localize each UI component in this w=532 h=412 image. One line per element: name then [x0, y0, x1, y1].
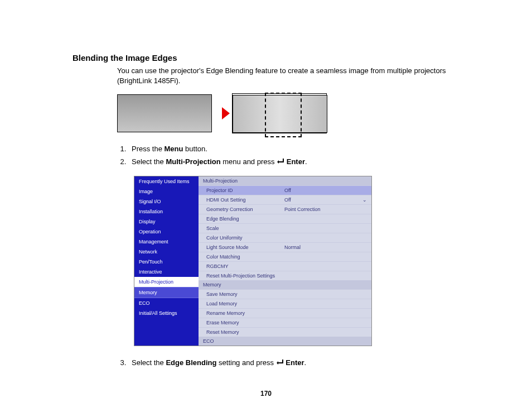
step-3: Select the Edge Blending setting and pre… — [128, 357, 465, 369]
row-color-uniformity[interactable]: Color Uniformity — [199, 233, 371, 242]
step-1: Press the Menu button. — [128, 143, 465, 155]
menu-screenshot: Frequently Used Items Image Signal I/O I… — [134, 176, 372, 346]
page-title: Blending the Image Edges — [72, 53, 465, 63]
page-number: 170 — [0, 390, 532, 397]
sidebar-item-operation[interactable]: Operation — [134, 227, 199, 237]
menu-sidebar: Frequently Used Items Image Signal I/O I… — [134, 176, 199, 346]
sidebar-item-pen-touch[interactable]: Pen/Touch — [134, 257, 199, 267]
row-reset-multi-projection[interactable]: Reset Multi-Projection Settings — [199, 271, 371, 280]
diagram-right-wrap — [232, 93, 327, 133]
sidebar-item-image[interactable]: Image — [134, 186, 199, 197]
sidebar-item-installation[interactable]: Installation — [134, 207, 199, 217]
row-projector-id[interactable]: Projector IDOff — [199, 185, 371, 195]
row-light-source-mode[interactable]: Light Source ModeNormal — [199, 242, 371, 252]
row-geometry-correction[interactable]: Geometry CorrectionPoint Correction — [199, 204, 371, 214]
intro-text: You can use the projector's Edge Blendin… — [117, 66, 465, 85]
sidebar-item-network[interactable]: Network — [134, 247, 199, 257]
sidebar-item-memory[interactable]: Memory — [134, 287, 199, 298]
row-hdmi-out[interactable]: HDMI Out SettingOff⌄ — [199, 195, 371, 204]
blending-diagram — [117, 93, 465, 133]
row-erase-memory[interactable]: Erase Memory — [199, 318, 371, 327]
row-rename-memory[interactable]: Rename Memory — [199, 308, 371, 318]
row-rgbcmy[interactable]: RGBCMY — [199, 261, 371, 271]
row-reset-memory[interactable]: Reset Memory — [199, 327, 371, 337]
diagram-blend-zone — [265, 93, 302, 137]
row-color-matching[interactable]: Color Matching — [199, 252, 371, 261]
sidebar-item-management[interactable]: Management — [134, 237, 199, 247]
section-eco: ECO — [199, 337, 371, 346]
diagram-left-rect — [117, 94, 212, 132]
sidebar-item-display[interactable]: Display — [134, 217, 199, 227]
enter-icon — [277, 156, 284, 168]
menu-panel: Multi-Projection Projector IDOff HDMI Ou… — [199, 176, 371, 346]
row-scale[interactable]: Scale — [199, 223, 371, 233]
section-multi-projection: Multi-Projection — [199, 176, 371, 185]
row-save-memory[interactable]: Save Memory — [199, 289, 371, 299]
step-2: Select the Multi-Projection menu and pre… — [128, 156, 465, 168]
chevron-down-icon: ⌄ — [359, 197, 367, 203]
enter-icon — [276, 357, 284, 369]
sidebar-item-interactive[interactable]: Interactive — [134, 267, 199, 277]
sidebar-item-multi-projection[interactable]: Multi-Projection — [134, 277, 199, 287]
section-memory: Memory — [199, 280, 371, 289]
sidebar-item-frequently-used[interactable]: Frequently Used Items — [134, 176, 199, 186]
sidebar-item-initial-all[interactable]: Initial/All Settings — [134, 308, 199, 318]
steps-list-2: Select the Edge Blending setting and pre… — [117, 357, 465, 369]
sidebar-item-signal-io[interactable]: Signal I/O — [134, 197, 199, 207]
row-load-memory[interactable]: Load Memory — [199, 299, 371, 308]
row-edge-blending[interactable]: Edge Blending — [199, 214, 371, 223]
steps-list: Press the Menu button. Select the Multi-… — [117, 143, 465, 168]
sidebar-item-eco[interactable]: ECO — [134, 298, 199, 308]
